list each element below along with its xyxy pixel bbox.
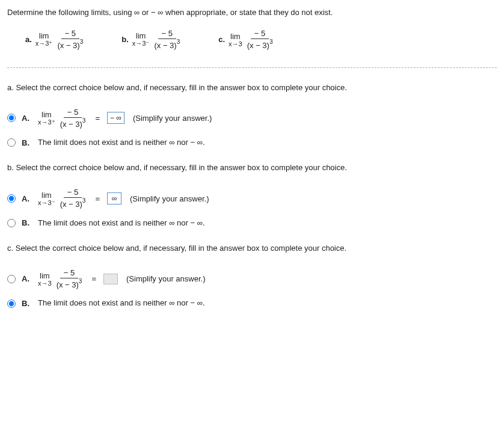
answer-input-b[interactable]: ∞	[107, 192, 121, 204]
part-c-group: A. lim x→3 − 5 (x − 3)3 = (Simplify your…	[7, 268, 497, 309]
part-b-group: A. lim x→3⁻ − 5 (x − 3)3 = ∞ (Simplify y…	[7, 188, 497, 229]
fraction-num: − 5	[64, 188, 82, 198]
lim-sub: x→3⁺	[38, 118, 55, 126]
part-b-prompt: b. Select the correct choice below and, …	[7, 162, 497, 173]
hint: (Simplify your answer.)	[126, 274, 205, 283]
fraction-num: − 5	[64, 108, 82, 118]
lim-sub: x→3⁻	[38, 199, 55, 207]
choice-label: B.	[22, 138, 29, 147]
limit-a-label: a.	[25, 35, 32, 44]
part-b-a-math: lim x→3⁻ − 5 (x − 3)3	[38, 188, 88, 209]
limits-row: a. lim x→3⁺ − 5 (x − 3)3 b. lim x→3⁻ − 5…	[7, 29, 497, 50]
radio-c-b[interactable]	[7, 299, 16, 308]
part-a-choice-a[interactable]: A. lim x→3⁺ − 5 (x − 3)3 = − ∞ (Simplify…	[7, 108, 497, 129]
limit-b-math: lim x→3⁻ − 5 (x − 3)3	[132, 29, 182, 50]
part-b-choice-b[interactable]: B. The limit does not exist and is neith…	[7, 218, 497, 229]
limit-item-a: a. lim x→3⁺ − 5 (x − 3)3	[25, 29, 85, 50]
radio-c-a[interactable]	[7, 275, 16, 283]
fraction-den: (x − 3)3	[58, 118, 88, 129]
part-b-choice-a[interactable]: A. lim x→3⁻ − 5 (x − 3)3 = ∞ (Simplify y…	[7, 188, 497, 209]
question-instructions: Determine the following limits, using ∞ …	[7, 7, 497, 18]
choice-label: A.	[22, 194, 29, 203]
limit-a-math: lim x→3⁺ − 5 (x − 3)3	[35, 29, 85, 50]
part-a-a-math: lim x→3⁺ − 5 (x − 3)3	[38, 108, 88, 129]
limit-b-label: b.	[121, 35, 129, 44]
lim-word: lim	[136, 31, 146, 40]
hint: (Simplify your answer.)	[130, 194, 209, 203]
choice-label: B.	[22, 218, 29, 227]
lim-word: lim	[230, 32, 241, 41]
choice-label: A.	[22, 274, 29, 283]
lim-word: lim	[41, 191, 52, 200]
radio-a-a[interactable]	[7, 114, 16, 122]
choice-label: A.	[22, 114, 29, 123]
divider	[7, 67, 497, 68]
part-c-a-math: lim x→3 − 5 (x − 3)3	[38, 268, 84, 289]
limit-c-math: lim x→3 − 5 (x − 3)3	[229, 29, 275, 50]
fraction-num: − 5	[61, 29, 79, 39]
part-c-choice-a[interactable]: A. lim x→3 − 5 (x − 3)3 = (Simplify your…	[7, 268, 497, 289]
part-c-choice-b[interactable]: B. The limit does not exist and is neith…	[7, 298, 497, 309]
fraction-num: − 5	[251, 29, 269, 39]
lim-word: lim	[39, 31, 49, 40]
fraction-den: (x − 3)3	[58, 198, 88, 209]
radio-b-b[interactable]	[7, 219, 16, 227]
part-c-prompt: c. Select the correct choice below and, …	[7, 243, 497, 254]
limit-c-label: c.	[218, 35, 225, 44]
fraction-num: − 5	[60, 268, 78, 278]
limit-item-b: b. lim x→3⁻ − 5 (x − 3)3	[121, 29, 182, 50]
choice-text: The limit does not exist and is neither …	[38, 137, 205, 148]
fraction-den: (x − 3)3	[245, 39, 275, 50]
hint: (Simplify your answer.)	[133, 114, 212, 123]
equals: =	[95, 114, 100, 123]
limit-item-c: c. lim x→3 − 5 (x − 3)3	[218, 29, 275, 50]
lim-sub: x→3⁺	[35, 40, 53, 48]
radio-a-b[interactable]	[7, 138, 16, 147]
choice-text: The limit does not exist and is neither …	[38, 218, 205, 229]
fraction-num: − 5	[158, 29, 176, 39]
choice-text: The limit does not exist and is neither …	[38, 298, 205, 309]
lim-sub: x→3	[38, 280, 52, 287]
part-a-group: A. lim x→3⁺ − 5 (x − 3)3 = − ∞ (Simplify…	[7, 108, 497, 149]
part-a-prompt: a. Select the correct choice below and, …	[7, 82, 497, 93]
lim-word: lim	[40, 271, 50, 280]
part-a-choice-b[interactable]: B. The limit does not exist and is neith…	[7, 137, 497, 148]
fraction-den: (x − 3)3	[152, 39, 182, 50]
lim-sub: x→3	[229, 40, 242, 48]
choice-label: B.	[22, 299, 29, 308]
lim-word: lim	[41, 110, 52, 119]
equals: =	[95, 194, 100, 203]
equals: =	[91, 274, 96, 283]
answer-input-c[interactable]	[103, 274, 118, 284]
fraction-den: (x − 3)3	[54, 278, 85, 289]
answer-input-a[interactable]: − ∞	[107, 112, 124, 124]
lim-sub: x→3⁻	[132, 40, 150, 48]
radio-b-a[interactable]	[7, 194, 16, 203]
fraction-den: (x − 3)3	[55, 39, 85, 50]
